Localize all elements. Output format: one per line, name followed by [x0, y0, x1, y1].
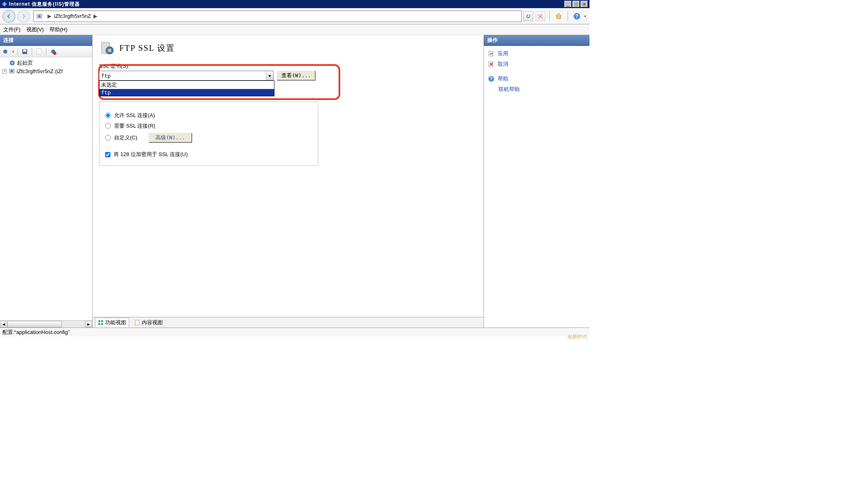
refresh-button[interactable] — [523, 11, 533, 21]
scroll-thumb[interactable] — [7, 321, 62, 327]
ssl-cert-combobox[interactable]: ftp ▾ 未选定 ftp — [99, 71, 274, 80]
apply-icon — [488, 50, 494, 57]
svg-point-5 — [3, 50, 7, 54]
svg-rect-19 — [98, 323, 100, 325]
svg-rect-7 — [23, 50, 26, 52]
center-panel: FTP SSL 设置 SSL 证书(S): ftp ▾ 未选定 ftp 查看(W… — [93, 35, 484, 327]
radio-input[interactable] — [105, 135, 111, 141]
stop-button[interactable] — [535, 11, 545, 21]
svg-rect-22 — [489, 51, 493, 56]
forward-button[interactable] — [17, 10, 30, 23]
action-label: 取消 — [498, 61, 508, 68]
separator — [32, 48, 32, 56]
chevron-right-icon: ▶ — [93, 13, 97, 19]
tab-label: 内容视图 — [142, 319, 163, 326]
save-icon[interactable] — [21, 48, 28, 55]
action-cancel[interactable]: 取消 — [487, 59, 586, 69]
app-icon — [2, 1, 7, 7]
help-icon: ? — [488, 76, 494, 82]
advanced-button[interactable]: 高级(N)... — [149, 133, 192, 143]
titlebar: Internet 信息服务(IIS)管理器 _ □ ✕ — [0, 0, 589, 8]
help-button[interactable]: ? — [572, 11, 582, 21]
maximize-button[interactable]: □ — [572, 1, 580, 7]
scroll-track[interactable] — [7, 321, 85, 327]
titlebar-text: Internet 信息服务(IIS)管理器 — [9, 1, 564, 8]
page-icon[interactable] — [35, 48, 43, 55]
center-body: FTP SSL 设置 SSL 证书(S): ftp ▾ 未选定 ftp 查看(W… — [93, 35, 484, 317]
action-label: 帮助 — [498, 75, 508, 82]
svg-rect-20 — [101, 323, 103, 325]
menu-file[interactable]: 文件(F) — [3, 26, 21, 33]
svg-rect-8 — [37, 49, 41, 54]
tree-scrollbar[interactable]: ◂ ▸ — [0, 320, 92, 327]
svg-point-13 — [11, 70, 13, 72]
ssl-cert-selected: ftp — [99, 73, 266, 79]
radio-require-ssl[interactable]: 需要 SSL 连接(R) — [105, 122, 312, 130]
checkbox-input[interactable] — [105, 152, 110, 157]
connect-icon[interactable] — [2, 48, 9, 55]
ssl-cert-option[interactable]: 未选定 — [99, 81, 274, 89]
connections-toolbar: ▾ — [0, 46, 92, 57]
breadcrumb-segment[interactable]: iZfc3rgfh5vr5nZ — [54, 13, 91, 19]
scroll-right-icon[interactable]: ▸ — [85, 321, 92, 327]
close-button[interactable]: ✕ — [581, 1, 588, 7]
watermark: 创新时代 — [568, 334, 587, 340]
back-button[interactable] — [2, 10, 15, 23]
actions-header: 操作 — [484, 35, 589, 46]
radio-allow-ssl[interactable]: 允许 SSL 连接(A) — [105, 112, 312, 119]
separator — [17, 48, 18, 56]
start-page-icon — [9, 60, 15, 66]
content-icon — [134, 320, 140, 325]
menu-help[interactable]: 帮助(H) — [50, 26, 67, 33]
content: 连接 ▾ 起始页 + iZfc3rgfh5vr5nZ (iZf — [0, 35, 589, 327]
ftp-ssl-icon — [99, 40, 115, 56]
view-tabs: 功能视图 内容视图 — [93, 317, 484, 327]
tree-server-node[interactable]: + iZfc3rgfh5vr5nZ (iZf — [1, 67, 91, 75]
checkbox-label: 将 128 位加密用于 SSL 连接(U) — [114, 151, 188, 158]
action-label: 联机帮助 — [499, 86, 520, 93]
chevron-right-icon: ▶ — [48, 13, 52, 19]
menubar: 文件(F) 视图(V) 帮助(H) — [0, 24, 589, 35]
action-help[interactable]: ? 帮助 — [487, 74, 586, 84]
svg-rect-17 — [98, 320, 100, 322]
page-title-text: FTP SSL 设置 — [119, 43, 175, 54]
tree-label: 起始页 — [17, 59, 33, 67]
breadcrumb[interactable]: ▶ iZfc3rgfh5vr5nZ ▶ — [33, 11, 522, 22]
ssl-cert-label: SSL 证书(S): — [99, 63, 477, 70]
svg-rect-21 — [135, 320, 139, 325]
ssl-cert-option[interactable]: ftp — [99, 89, 274, 96]
ssl-cert-dropdown: 未选定 ftp — [99, 80, 274, 96]
connections-header: 连接 — [0, 35, 92, 46]
tree-label: iZfc3rgfh5vr5nZ (iZf — [17, 68, 63, 74]
connect-dropdown-icon[interactable]: ▾ — [12, 50, 14, 54]
checkbox-128bit[interactable]: 将 128 位加密用于 SSL 连接(U) — [105, 151, 312, 158]
actions-panel: 操作 应用 取消 ? 帮助 联机帮助 — [484, 35, 589, 327]
chevron-down-icon[interactable]: ▾ — [266, 71, 273, 80]
svg-rect-16 — [108, 49, 111, 52]
radio-input[interactable] — [105, 123, 111, 129]
expand-icon[interactable]: + — [2, 69, 7, 74]
home-button[interactable] — [554, 11, 564, 21]
tree-start-page[interactable]: 起始页 — [1, 59, 91, 67]
connections-tree: 起始页 + iZfc3rgfh5vr5nZ (iZf — [0, 57, 92, 320]
radio-label: 自定义(C) — [114, 134, 137, 141]
separator — [46, 48, 46, 56]
server-stop-icon[interactable] — [50, 48, 57, 55]
tab-content-view[interactable]: 内容视图 — [132, 318, 166, 327]
action-online-help[interactable]: 联机帮助 — [498, 84, 586, 95]
svg-text:?: ? — [490, 76, 493, 82]
action-apply[interactable]: 应用 — [487, 48, 586, 59]
view-cert-button[interactable]: 查看(W)... — [277, 71, 315, 80]
minimize-button[interactable]: _ — [564, 1, 572, 7]
navbar: ▶ iZfc3rgfh5vr5nZ ▶ ? ▾ — [0, 8, 589, 24]
scroll-left-icon[interactable]: ◂ — [0, 321, 7, 327]
nav-separator — [568, 11, 568, 21]
radio-label: 允许 SSL 连接(A) — [114, 112, 155, 119]
radio-custom[interactable]: 自定义(C) 高级(N)... — [105, 133, 312, 143]
menu-view[interactable]: 视图(V) — [26, 26, 44, 33]
help-dropdown-icon[interactable]: ▾ — [584, 14, 586, 18]
connections-panel: 连接 ▾ 起始页 + iZfc3rgfh5vr5nZ (iZf — [0, 35, 93, 327]
radio-input[interactable] — [105, 113, 111, 118]
tab-features-view[interactable]: 功能视图 — [95, 318, 129, 327]
nav-separator — [549, 11, 550, 21]
